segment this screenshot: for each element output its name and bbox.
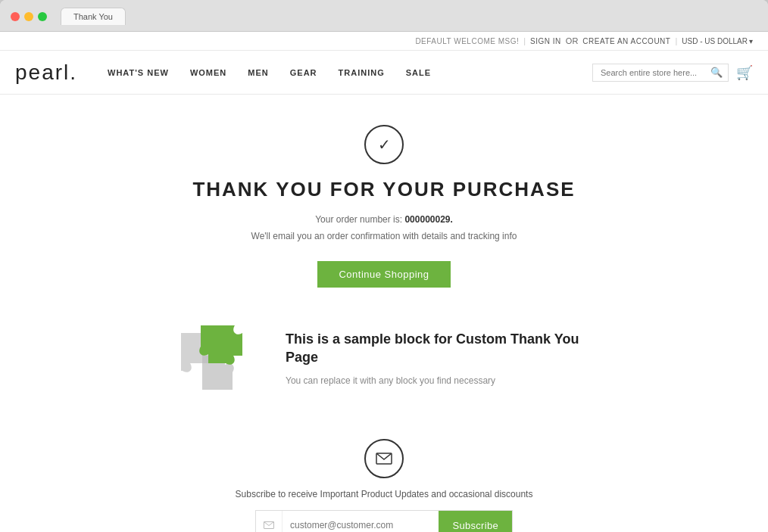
logo[interactable]: pearl. xyxy=(15,61,77,85)
email-field-icon xyxy=(256,511,283,532)
welcome-message: DEFAULT WELCOME MSG! xyxy=(415,37,519,45)
envelope-icon xyxy=(376,453,392,465)
browser-window: Thank You DEFAULT WELCOME MSG! | SIGN IN… xyxy=(0,0,768,532)
email-icon-circle xyxy=(364,439,404,478)
search-icon[interactable]: 🔍 xyxy=(710,67,723,78)
nav-gear[interactable]: GEAR xyxy=(290,68,317,77)
utility-bar: DEFAULT WELCOME MSG! | SIGN IN OR CREATE… xyxy=(0,32,768,51)
main-content: ✓ THANK YOU FOR YOUR PURCHASE Your order… xyxy=(0,95,768,532)
order-number-line: Your order number is: 000000029. xyxy=(251,212,517,229)
confirmation-text: We'll email you an order confirmation wi… xyxy=(251,229,517,245)
thank-you-title: THANK YOU FOR YOUR PURCHASE xyxy=(192,178,575,201)
browser-chrome: Thank You xyxy=(0,0,768,32)
order-number: 000000029. xyxy=(404,214,452,225)
checkmark-icon: ✓ xyxy=(378,137,391,152)
browser-tab: Thank You xyxy=(61,8,126,25)
nav-sale[interactable]: SALE xyxy=(406,68,431,77)
sign-in-link[interactable]: SIGN IN xyxy=(530,37,561,45)
close-icon[interactable] xyxy=(11,12,20,21)
maximize-icon[interactable] xyxy=(38,12,47,21)
chevron-down-icon: ▾ xyxy=(749,37,753,45)
sample-block: This is a sample block for Custom Thank … xyxy=(172,318,596,401)
continue-shopping-button[interactable]: Continue Shopping xyxy=(317,261,450,288)
main-nav: pearl. WHAT'S NEW WOMEN MEN GEAR TRAININ… xyxy=(0,51,768,95)
puzzle-image xyxy=(172,318,263,401)
success-icon: ✓ xyxy=(364,125,404,164)
sample-block-heading: This is a sample block for Custom Thank … xyxy=(286,331,596,366)
nav-women[interactable]: WOMEN xyxy=(190,68,226,77)
or-text: OR xyxy=(566,36,579,45)
minimize-icon[interactable] xyxy=(24,12,33,21)
subscribe-button[interactable]: Subscribe xyxy=(439,511,512,532)
nav-men[interactable]: MEN xyxy=(248,68,268,77)
separator2: | xyxy=(675,36,677,45)
create-account-link[interactable]: CREATE AN ACCOUNT xyxy=(582,37,670,45)
sample-text-block: This is a sample block for Custom Thank … xyxy=(286,331,596,388)
separator: | xyxy=(523,36,526,45)
nav-links: WHAT'S NEW WOMEN MEN GEAR TRAINING SALE xyxy=(108,68,592,77)
page: DEFAULT WELCOME MSG! | SIGN IN OR CREATE… xyxy=(0,32,768,532)
subscribe-form: Subscribe xyxy=(255,510,513,532)
nav-right: 🔍 🛒 xyxy=(592,64,753,82)
currency-selector[interactable]: USD - US DOLLAR ▾ xyxy=(682,37,753,45)
cart-icon[interactable]: 🛒 xyxy=(736,64,753,81)
order-info: Your order number is: 000000029. We'll e… xyxy=(251,212,517,244)
order-prefix: Your order number is: xyxy=(315,214,402,225)
subscribe-label: Subscribe to receive Important Product U… xyxy=(236,489,533,499)
subscribe-section: Subscribe to receive Important Product U… xyxy=(15,439,753,532)
nav-whats-new[interactable]: WHAT'S NEW xyxy=(108,68,169,77)
sample-block-body: You can replace it with any block you fi… xyxy=(286,374,596,388)
search-input[interactable] xyxy=(592,64,729,82)
search-wrap: 🔍 xyxy=(592,64,729,82)
nav-training[interactable]: TRAINING xyxy=(339,68,385,77)
email-input[interactable] xyxy=(283,511,439,532)
